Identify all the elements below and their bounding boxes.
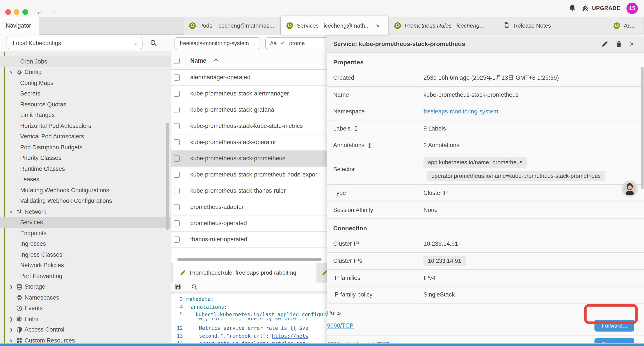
sidebar-item-resource-quotas[interactable]: Resource Quotas — [0, 99, 171, 110]
workspace-tab-3[interactable]: Prometheus Rules - icecheng... — [389, 16, 498, 34]
port-link[interactable]: 8080:reloader-web/TCP — [327, 341, 594, 343]
sidebar-item-ingresses[interactable]: Ingresses — [0, 239, 171, 249]
sidebar-item-events[interactable]: Events — [0, 303, 171, 314]
row-checkbox[interactable] — [174, 74, 180, 80]
chevron-down-icon[interactable]: ∨ — [9, 338, 14, 343]
row-checkbox[interactable] — [174, 107, 180, 113]
close-icon[interactable]: × — [630, 41, 636, 47]
editor-tab-partial[interactable] — [318, 263, 326, 283]
yaml-editor[interactable]: 3metadata:4annotations:5kubectl.kubernet… — [172, 294, 326, 343]
editor-scroll-strip[interactable] — [172, 291, 326, 294]
search-icon[interactable] — [191, 284, 197, 290]
sidebar-item-endpoints[interactable]: Endpoints — [0, 228, 171, 239]
sidebar-item-services[interactable]: Services — [0, 217, 171, 228]
upgrade-button[interactable]: UPGRADE — [582, 5, 620, 12]
sidebar-item-runtime-classes[interactable]: Runtime Classes — [0, 163, 171, 174]
code-text: second.","runbook_url":"https://netw — [199, 333, 308, 339]
chevron-down-icon[interactable]: ∨ — [9, 70, 14, 75]
assistant-avatar[interactable] — [622, 181, 637, 195]
row-checkbox[interactable] — [174, 204, 180, 210]
sort-updown-icon[interactable] — [354, 126, 358, 131]
table-row[interactable]: kube-prometheus-stack-operator — [172, 134, 326, 150]
match-case-toggle[interactable]: Aa — [270, 40, 276, 46]
sidebar-item-config-maps[interactable]: Config Maps — [0, 77, 171, 88]
sidebar-item-vertical-pod-autoscalers[interactable]: Vertical Pod Autoscalers — [0, 131, 171, 142]
chevron-right-icon[interactable]: ❯ — [9, 317, 14, 322]
window-zoom-button[interactable] — [22, 9, 28, 15]
workspace-tab-1[interactable]: Pods - icecheng@mathmas... — [184, 16, 280, 34]
chevron-right-icon[interactable]: ❯ — [9, 327, 14, 332]
table-row[interactable]: kube-prometheus-stack-kube-state-metrics — [172, 118, 326, 134]
sidebar-item-validating-webhook-configurations[interactable]: Validating Webhook Configurations — [0, 196, 171, 206]
select-all-checkbox[interactable] — [174, 58, 180, 64]
sidebar-item-config[interactable]: ∨Config — [0, 67, 171, 77]
row-checkbox[interactable] — [174, 155, 180, 161]
sidebar-item-limit-ranges[interactable]: Limit Ranges — [0, 110, 171, 120]
notification-count-badge[interactable]: 15 — [626, 3, 638, 14]
code-line: 4annotations: — [172, 304, 326, 311]
name-column-header[interactable]: Name — [190, 57, 206, 64]
sidebar-item-custom-resources[interactable]: ∨Custom Resources — [0, 335, 171, 343]
filter-input[interactable]: Aa ▪* prome — [265, 37, 326, 49]
table-row[interactable]: kube-prometheus-stack-prometheus-node-ex… — [172, 167, 326, 183]
regex-toggle[interactable]: ▪* — [281, 40, 285, 46]
chevron-right-icon[interactable]: ❯ — [9, 285, 14, 289]
runbook-url-link[interactable]: https://netw — [272, 333, 308, 339]
port-link[interactable]: 9090/TCP — [327, 322, 594, 329]
search-icon[interactable] — [150, 39, 157, 46]
sidebar-item-mutating-webhook-configurations[interactable]: Mutating Webhook Configurations — [0, 185, 171, 196]
forward-arrow-icon[interactable]: → — [49, 8, 56, 15]
row-checkbox[interactable] — [174, 90, 180, 97]
table-row[interactable]: thanos-ruler-operated — [172, 232, 326, 248]
back-arrow-icon[interactable]: ← — [36, 8, 44, 15]
editor-tab-prometheusrule[interactable]: PrometheusRule: freeleaps-prod-rabbitmq — [173, 263, 317, 283]
window-close-button[interactable] — [5, 9, 11, 15]
details-scrollbar[interactable] — [641, 66, 644, 189]
row-checkbox[interactable] — [174, 123, 180, 129]
forward-button[interactable]: Forward... — [594, 338, 634, 344]
sidebar-item-leases[interactable]: Leases — [0, 174, 171, 185]
horizontal-scrollbar[interactable] — [177, 258, 322, 261]
sidebar-item-cron-jobs[interactable]: Cron Jobs — [0, 56, 171, 67]
table-row[interactable]: prometheus-operated — [172, 215, 326, 232]
sidebar-item-priority-classes[interactable]: Priority Classes — [0, 153, 171, 163]
save-icon[interactable] — [175, 284, 181, 290]
chevron-down-icon[interactable]: ∨ — [9, 209, 14, 214]
sidebar-item-pod-disruption-budgets[interactable]: Pod Disruption Budgets — [0, 142, 171, 153]
kubeconfig-select[interactable]: Local Kubeconfigs ⌄ — [6, 37, 142, 49]
pencil-icon[interactable] — [602, 41, 608, 47]
row-checkbox[interactable] — [174, 220, 180, 226]
table-row[interactable]: alertmanager-operated — [172, 69, 326, 86]
row-checkbox[interactable] — [174, 236, 180, 242]
table-row[interactable]: prometheus-adapter — [172, 199, 326, 215]
table-row[interactable]: kube-prometheus-stack-prometheus — [172, 150, 326, 167]
sidebar-scrollbar[interactable] — [166, 123, 169, 230]
bell-icon[interactable] — [569, 4, 576, 12]
table-row[interactable]: kube-prometheus-stack-alertmanager — [172, 86, 326, 102]
window-minimize-button[interactable] — [14, 9, 19, 15]
sidebar-item-access-control[interactable]: ❯Access Control — [0, 324, 171, 335]
table-row[interactable]: kube-prometheus-stack-thanos-ruler — [172, 183, 326, 199]
sidebar-item-secrets[interactable]: Secrets — [0, 88, 171, 99]
sidebar-item-horizontal-pod-autoscalers[interactable]: Horizontal Pod Autoscalers — [0, 120, 171, 131]
sidebar-item-helm[interactable]: ❯Helm — [0, 314, 171, 324]
sidebar-item-network[interactable]: ∨Network — [0, 206, 171, 217]
sidebar-item-storage[interactable]: ❯Storage — [0, 281, 171, 292]
sidebar-item-network-policies[interactable]: Network Policies — [0, 260, 171, 271]
sidebar-item-port-forwarding[interactable]: Port Forwarding — [0, 271, 171, 281]
namespace-link[interactable]: freeleaps-monitoring-system — [424, 108, 498, 115]
sidebar-item-namespaces[interactable]: Namespaces — [0, 292, 171, 303]
workspace-tab-4[interactable]: Release Notes — [498, 16, 608, 34]
close-tab-icon[interactable]: × — [376, 22, 380, 29]
row-checkbox[interactable] — [174, 188, 180, 194]
row-checkbox[interactable] — [174, 139, 180, 145]
navigator-panel-tab[interactable]: Navigator — [0, 16, 39, 34]
namespace-select[interactable]: freeleaps-monitoring-system ⌄ — [174, 37, 260, 49]
workspace-tab-2[interactable]: Services - icecheng@math...× — [281, 16, 388, 35]
row-checkbox[interactable] — [174, 171, 180, 178]
sort-updown-icon[interactable] — [368, 143, 372, 148]
workspace-tab-5[interactable]: Argo Se — [608, 16, 644, 34]
trash-icon[interactable] — [616, 41, 622, 47]
sidebar-item-ingress-classes[interactable]: Ingress Classes — [0, 249, 171, 260]
table-row[interactable]: kube-prometheus-stack-grafana — [172, 102, 326, 118]
